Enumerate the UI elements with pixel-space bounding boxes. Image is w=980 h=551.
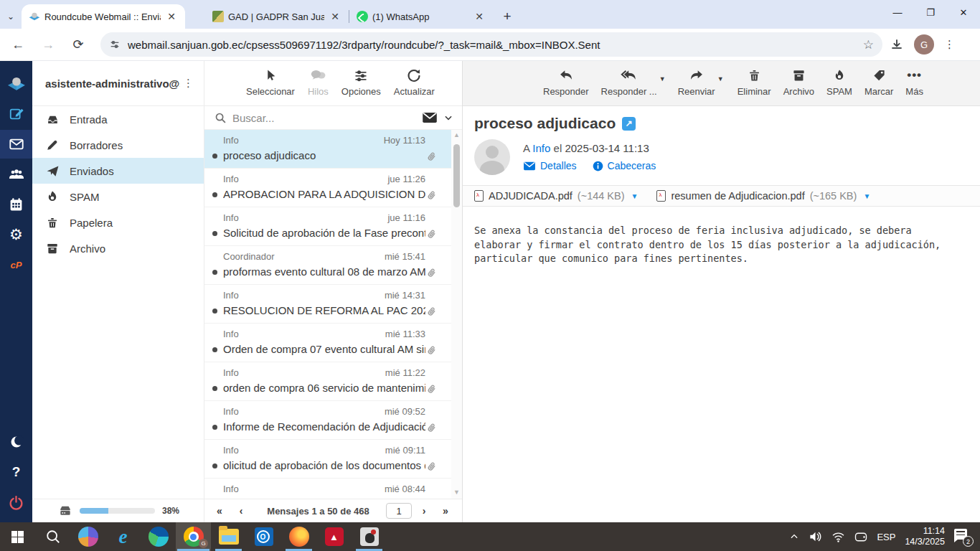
attachment-menu-caret-icon[interactable]: ▼ bbox=[631, 192, 639, 200]
file-explorer-icon[interactable] bbox=[211, 522, 246, 551]
firefox-icon[interactable] bbox=[281, 522, 316, 551]
java-app-icon[interactable] bbox=[352, 522, 387, 551]
cpanel-icon[interactable]: cP bbox=[0, 250, 32, 279]
message-row[interactable]: Infojue 11:26 APROBACION PARA LA ADQUISI… bbox=[204, 169, 451, 207]
list-scrollbar[interactable]: ▲ ▼ bbox=[451, 130, 462, 499]
folder-papelera[interactable]: Papelera bbox=[32, 209, 204, 235]
roundcube-logo-icon[interactable] bbox=[0, 70, 32, 98]
close-button[interactable]: ✕ bbox=[947, 0, 980, 24]
dark-mode-icon[interactable] bbox=[0, 428, 32, 456]
tab-close-icon[interactable]: ✕ bbox=[329, 11, 341, 22]
tab-close-icon[interactable]: ✕ bbox=[165, 11, 178, 22]
refresh-button[interactable]: Actualizar bbox=[394, 67, 435, 97]
scrollbar-thumb[interactable] bbox=[453, 144, 460, 207]
headers-toggle[interactable]: Cabeceras bbox=[593, 160, 656, 171]
download-icon[interactable] bbox=[890, 37, 904, 52]
mail-nav-icon[interactable] bbox=[0, 130, 32, 159]
tray-expand-chevron-icon[interactable] bbox=[789, 532, 799, 542]
forward-button[interactable]: → bbox=[36, 32, 60, 57]
folder-enviados[interactable]: Enviados bbox=[32, 158, 204, 184]
reply-button[interactable]: Responder bbox=[543, 67, 589, 97]
edge-icon[interactable] bbox=[141, 522, 176, 551]
browser-menu-icon[interactable]: ⋮ bbox=[944, 38, 956, 51]
start-button[interactable] bbox=[0, 522, 35, 551]
message-row[interactable]: Infomié 11:33 Orden de compra 07 evento … bbox=[204, 324, 451, 362]
new-tab-button[interactable]: + bbox=[497, 6, 517, 27]
tab-search-chevron-icon[interactable]: ⌄ bbox=[0, 4, 22, 29]
message-row[interactable]: Infomié 08:44 bbox=[204, 479, 451, 499]
volume-icon[interactable] bbox=[809, 531, 822, 542]
scroll-down-icon[interactable]: ▼ bbox=[453, 489, 460, 497]
archive-button[interactable]: Archivo bbox=[783, 67, 814, 97]
reply-all-caret-icon[interactable]: ▼ bbox=[659, 75, 666, 83]
last-page-button[interactable]: » bbox=[436, 505, 455, 517]
tab-roundcube[interactable]: Roundcube Webmail :: Enviados ✕ bbox=[22, 4, 185, 29]
folder-spam[interactable]: SPAM bbox=[32, 184, 204, 209]
folder-archivo[interactable]: Archivo bbox=[32, 235, 204, 261]
minimize-button[interactable]: — bbox=[881, 0, 914, 24]
omnibox[interactable]: webmail.sanjuan.gob.ec/cpsess5096971192/… bbox=[100, 32, 882, 57]
details-toggle[interactable]: Detalles bbox=[523, 160, 577, 171]
restore-button[interactable]: ❐ bbox=[914, 0, 947, 24]
keyboard-language[interactable]: ESP bbox=[877, 532, 895, 542]
copilot-icon[interactable] bbox=[70, 522, 105, 551]
message-row[interactable]: Coordinadormié 15:41 proformas evento cu… bbox=[204, 246, 451, 285]
first-page-button[interactable]: « bbox=[210, 505, 229, 517]
select-button[interactable]: Seleccionar bbox=[246, 67, 295, 97]
outlook-icon[interactable] bbox=[246, 522, 281, 551]
more-button[interactable]: ••• Más bbox=[905, 67, 923, 97]
folder-borradores[interactable]: Borradores bbox=[32, 132, 204, 158]
attachment-item[interactable]: resumen de Adjudicacion.pdf (~165 KB) ▼ bbox=[656, 190, 870, 202]
tab-close-icon[interactable]: ✕ bbox=[473, 11, 486, 22]
chrome-taskbar-icon[interactable]: G bbox=[176, 522, 211, 551]
reply-all-button[interactable]: Responder ... ▼ bbox=[601, 67, 657, 97]
search-input[interactable] bbox=[232, 112, 416, 124]
site-settings-icon[interactable] bbox=[109, 39, 121, 50]
attachment-name[interactable]: ADJUDICADA.pdf bbox=[489, 190, 573, 202]
tab-whatsapp[interactable]: (1) WhatsApp ✕ bbox=[349, 4, 493, 29]
search-scope-mail-icon[interactable] bbox=[422, 112, 438, 123]
message-row[interactable]: Infomié 09:11 olicitud de aprobación de … bbox=[204, 440, 451, 479]
message-row[interactable]: Infojue 11:16 Solicitud de aprobación de… bbox=[204, 207, 451, 246]
bookmark-star-icon[interactable]: ☆ bbox=[863, 37, 874, 52]
reload-button[interactable]: ⟳ bbox=[66, 32, 90, 57]
next-page-button[interactable]: › bbox=[415, 505, 433, 517]
acrobat-icon[interactable]: ▲ bbox=[316, 522, 352, 551]
settings-nav-icon[interactable]: ⚙ bbox=[0, 220, 32, 249]
message-row[interactable]: Infomié 11:22 orden de compra 06 servici… bbox=[204, 362, 451, 401]
taskbar-search-icon[interactable] bbox=[35, 522, 70, 551]
notification-center-icon[interactable]: 2 bbox=[954, 529, 971, 545]
clock[interactable]: 11:14 14/3/2025 bbox=[905, 526, 945, 547]
compose-icon[interactable] bbox=[0, 100, 32, 128]
calendar-nav-icon[interactable] bbox=[0, 190, 32, 219]
message-row[interactable]: InfoHoy 11:13 proceso adjudicaco bbox=[204, 130, 451, 169]
page-number-input[interactable] bbox=[386, 503, 412, 519]
forward-button[interactable]: Reenviar ▼ bbox=[678, 67, 715, 97]
folder-entrada[interactable]: Entrada bbox=[32, 106, 204, 132]
forward-caret-icon[interactable]: ▼ bbox=[717, 75, 724, 83]
contacts-nav-icon[interactable] bbox=[0, 160, 32, 189]
logout-power-icon[interactable] bbox=[0, 488, 32, 517]
recipient-link[interactable]: Info bbox=[532, 142, 550, 154]
url-text[interactable]: webmail.sanjuan.gob.ec/cpsess5096971192/… bbox=[128, 39, 863, 51]
account-menu-icon[interactable]: ⋮ bbox=[180, 77, 197, 90]
open-in-new-window-icon[interactable]: ↗ bbox=[622, 117, 636, 131]
attachment-item[interactable]: ADJUDICADA.pdf (~144 KB) ▼ bbox=[474, 190, 638, 202]
mark-button[interactable]: Marcar bbox=[864, 67, 893, 97]
spam-button[interactable]: SPAM bbox=[826, 67, 852, 97]
threads-button[interactable]: Hilos bbox=[308, 67, 329, 97]
cast-screen-icon[interactable] bbox=[854, 532, 867, 542]
delete-button[interactable]: Eliminar bbox=[738, 67, 771, 97]
back-button[interactable]: ← bbox=[6, 32, 30, 57]
attachment-menu-caret-icon[interactable]: ▼ bbox=[863, 192, 870, 200]
prev-page-button[interactable]: ‹ bbox=[232, 505, 250, 517]
tab-gad[interactable]: GAD | GADPR San Juan | ✕ bbox=[205, 4, 349, 29]
options-button[interactable]: Opciones bbox=[341, 67, 381, 97]
wifi-icon[interactable] bbox=[831, 532, 845, 542]
message-row[interactable]: Infomié 14:31 RESOLUCION DE REFORMA AL P… bbox=[204, 285, 451, 324]
profile-avatar[interactable]: G bbox=[914, 34, 934, 55]
internet-explorer-icon[interactable]: e bbox=[105, 522, 141, 551]
scrollbar-track[interactable] bbox=[453, 140, 460, 489]
scroll-up-icon[interactable]: ▲ bbox=[453, 131, 460, 140]
message-row[interactable]: Infomié 09:52 Informe de Recomendación d… bbox=[204, 401, 451, 440]
